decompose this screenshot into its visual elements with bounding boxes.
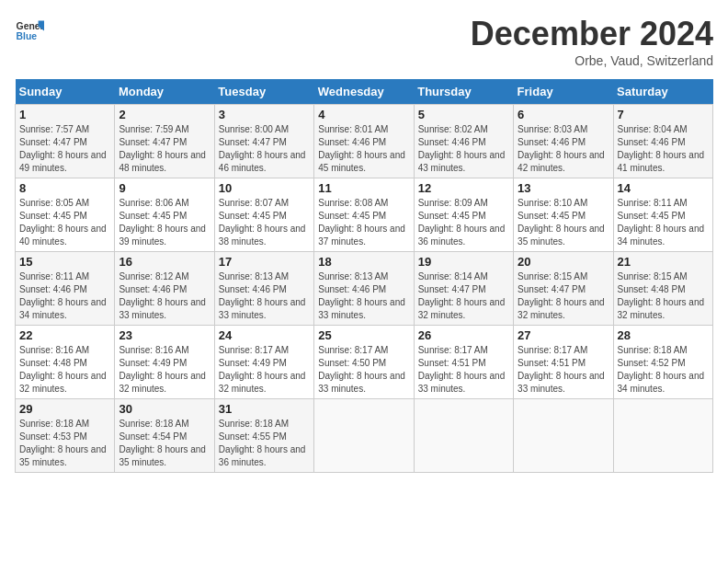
- day-number: 20: [518, 255, 609, 269]
- calendar-cell: 12Sunrise: 8:09 AMSunset: 4:45 PMDayligh…: [414, 178, 513, 252]
- day-number: 26: [418, 328, 509, 342]
- calendar-cell: 1Sunrise: 7:57 AMSunset: 4:47 PMDaylight…: [16, 105, 115, 178]
- day-details: Sunrise: 8:07 AMSunset: 4:45 PMDaylight:…: [219, 197, 310, 248]
- calendar-cell: 31Sunrise: 8:18 AMSunset: 4:55 PMDayligh…: [214, 399, 313, 473]
- day-details: Sunrise: 8:15 AMSunset: 4:48 PMDaylight:…: [618, 270, 709, 322]
- calendar-table: SundayMondayTuesdayWednesdayThursdayFrid…: [15, 79, 713, 473]
- day-number: 24: [219, 328, 310, 342]
- calendar-cell: 7Sunrise: 8:04 AMSunset: 4:46 PMDaylight…: [613, 105, 712, 178]
- day-number: 13: [518, 181, 609, 195]
- day-number: 31: [219, 402, 310, 416]
- day-number: 27: [518, 328, 609, 342]
- calendar-cell: [514, 399, 613, 473]
- logo-icon: General Blue: [15, 15, 44, 44]
- day-number: 10: [219, 181, 310, 195]
- day-number: 6: [518, 108, 609, 121]
- day-details: Sunrise: 8:15 AMSunset: 4:47 PMDaylight:…: [518, 270, 609, 322]
- day-details: Sunrise: 8:03 AMSunset: 4:46 PMDaylight:…: [518, 123, 609, 175]
- day-number: 18: [318, 255, 409, 269]
- svg-text:Blue: Blue: [17, 31, 38, 41]
- day-details: Sunrise: 8:17 AMSunset: 4:51 PMDaylight:…: [418, 344, 509, 396]
- calendar-cell: 5Sunrise: 8:02 AMSunset: 4:46 PMDaylight…: [414, 105, 513, 178]
- day-number: 23: [119, 328, 210, 342]
- day-details: Sunrise: 8:10 AMSunset: 4:45 PMDaylight:…: [518, 197, 609, 248]
- day-details: Sunrise: 8:01 AMSunset: 4:46 PMDaylight:…: [318, 123, 409, 175]
- calendar-cell: 18Sunrise: 8:13 AMSunset: 4:46 PMDayligh…: [314, 252, 414, 326]
- day-details: Sunrise: 8:12 AMSunset: 4:46 PMDaylight:…: [119, 270, 210, 322]
- day-header-thursday: Thursday: [414, 79, 513, 105]
- day-number: 11: [318, 181, 409, 195]
- calendar-cell: 20Sunrise: 8:15 AMSunset: 4:47 PMDayligh…: [514, 252, 613, 326]
- calendar-week-row: 1Sunrise: 7:57 AMSunset: 4:47 PMDaylight…: [16, 105, 713, 178]
- day-number: 29: [19, 402, 110, 416]
- calendar-cell: 24Sunrise: 8:17 AMSunset: 4:49 PMDayligh…: [214, 326, 313, 399]
- calendar-cell: 22Sunrise: 8:16 AMSunset: 4:48 PMDayligh…: [16, 326, 115, 399]
- day-details: Sunrise: 8:00 AMSunset: 4:47 PMDaylight:…: [219, 123, 310, 175]
- day-details: Sunrise: 8:11 AMSunset: 4:45 PMDaylight:…: [618, 197, 709, 248]
- calendar-cell: 28Sunrise: 8:18 AMSunset: 4:52 PMDayligh…: [613, 326, 712, 399]
- day-number: 30: [119, 402, 210, 416]
- calendar-week-row: 22Sunrise: 8:16 AMSunset: 4:48 PMDayligh…: [16, 326, 713, 399]
- day-details: Sunrise: 8:18 AMSunset: 4:53 PMDaylight:…: [19, 418, 110, 469]
- calendar-cell: 19Sunrise: 8:14 AMSunset: 4:47 PMDayligh…: [414, 252, 513, 326]
- calendar-cell: 9Sunrise: 8:06 AMSunset: 4:45 PMDaylight…: [115, 178, 214, 252]
- calendar-week-row: 8Sunrise: 8:05 AMSunset: 4:45 PMDaylight…: [16, 178, 713, 252]
- day-details: Sunrise: 8:09 AMSunset: 4:45 PMDaylight:…: [418, 197, 509, 248]
- days-header-row: SundayMondayTuesdayWednesdayThursdayFrid…: [16, 79, 713, 105]
- day-number: 3: [219, 108, 310, 121]
- day-number: 7: [618, 108, 709, 121]
- calendar-cell: 4Sunrise: 8:01 AMSunset: 4:46 PMDaylight…: [314, 105, 414, 178]
- title-block: December 2024 Orbe, Vaud, Switzerland: [471, 15, 713, 68]
- day-number: 1: [19, 108, 110, 121]
- page-header: General Blue December 2024 Orbe, Vaud, S…: [15, 15, 713, 68]
- day-number: 15: [19, 255, 110, 269]
- day-details: Sunrise: 8:06 AMSunset: 4:45 PMDaylight:…: [119, 197, 210, 248]
- calendar-cell: 30Sunrise: 8:18 AMSunset: 4:54 PMDayligh…: [115, 399, 214, 473]
- calendar-week-row: 15Sunrise: 8:11 AMSunset: 4:46 PMDayligh…: [16, 252, 713, 326]
- calendar-cell: 2Sunrise: 7:59 AMSunset: 4:47 PMDaylight…: [115, 105, 214, 178]
- calendar-cell: 15Sunrise: 8:11 AMSunset: 4:46 PMDayligh…: [16, 252, 115, 326]
- calendar-cell: 21Sunrise: 8:15 AMSunset: 4:48 PMDayligh…: [613, 252, 712, 326]
- day-number: 21: [618, 255, 709, 269]
- day-details: Sunrise: 8:18 AMSunset: 4:54 PMDaylight:…: [119, 418, 210, 469]
- day-details: Sunrise: 8:16 AMSunset: 4:48 PMDaylight:…: [19, 344, 110, 396]
- day-header-tuesday: Tuesday: [214, 79, 313, 105]
- day-details: Sunrise: 8:05 AMSunset: 4:45 PMDaylight:…: [19, 197, 110, 248]
- calendar-cell: [314, 399, 414, 473]
- calendar-cell: 16Sunrise: 8:12 AMSunset: 4:46 PMDayligh…: [115, 252, 214, 326]
- logo: General Blue: [15, 15, 44, 44]
- day-number: 17: [219, 255, 310, 269]
- day-details: Sunrise: 8:18 AMSunset: 4:52 PMDaylight:…: [618, 344, 709, 396]
- month-title: December 2024: [471, 15, 713, 53]
- calendar-cell: 23Sunrise: 8:16 AMSunset: 4:49 PMDayligh…: [115, 326, 214, 399]
- day-details: Sunrise: 8:04 AMSunset: 4:46 PMDaylight:…: [618, 123, 709, 175]
- day-details: Sunrise: 8:13 AMSunset: 4:46 PMDaylight:…: [219, 270, 310, 322]
- calendar-cell: 8Sunrise: 8:05 AMSunset: 4:45 PMDaylight…: [16, 178, 115, 252]
- day-details: Sunrise: 8:17 AMSunset: 4:50 PMDaylight:…: [318, 344, 409, 396]
- calendar-cell: 11Sunrise: 8:08 AMSunset: 4:45 PMDayligh…: [314, 178, 414, 252]
- day-details: Sunrise: 8:08 AMSunset: 4:45 PMDaylight:…: [318, 197, 409, 248]
- day-details: Sunrise: 8:18 AMSunset: 4:55 PMDaylight:…: [219, 418, 310, 469]
- calendar-cell: 3Sunrise: 8:00 AMSunset: 4:47 PMDaylight…: [214, 105, 313, 178]
- calendar-cell: 6Sunrise: 8:03 AMSunset: 4:46 PMDaylight…: [514, 105, 613, 178]
- day-details: Sunrise: 8:13 AMSunset: 4:46 PMDaylight:…: [318, 270, 409, 322]
- calendar-cell: [414, 399, 513, 473]
- day-details: Sunrise: 8:17 AMSunset: 4:49 PMDaylight:…: [219, 344, 310, 396]
- calendar-cell: 26Sunrise: 8:17 AMSunset: 4:51 PMDayligh…: [414, 326, 513, 399]
- day-number: 12: [418, 181, 509, 195]
- location-subtitle: Orbe, Vaud, Switzerland: [471, 53, 713, 68]
- day-details: Sunrise: 8:11 AMSunset: 4:46 PMDaylight:…: [19, 270, 110, 322]
- calendar-cell: 25Sunrise: 8:17 AMSunset: 4:50 PMDayligh…: [314, 326, 414, 399]
- day-details: Sunrise: 8:16 AMSunset: 4:49 PMDaylight:…: [119, 344, 210, 396]
- day-number: 14: [618, 181, 709, 195]
- calendar-week-row: 29Sunrise: 8:18 AMSunset: 4:53 PMDayligh…: [16, 399, 713, 473]
- day-header-monday: Monday: [115, 79, 214, 105]
- calendar-cell: 17Sunrise: 8:13 AMSunset: 4:46 PMDayligh…: [214, 252, 313, 326]
- calendar-cell: 14Sunrise: 8:11 AMSunset: 4:45 PMDayligh…: [613, 178, 712, 252]
- calendar-cell: 10Sunrise: 8:07 AMSunset: 4:45 PMDayligh…: [214, 178, 313, 252]
- day-number: 28: [618, 328, 709, 342]
- day-header-friday: Friday: [514, 79, 613, 105]
- day-number: 5: [418, 108, 509, 121]
- day-number: 2: [119, 108, 210, 121]
- day-number: 25: [318, 328, 409, 342]
